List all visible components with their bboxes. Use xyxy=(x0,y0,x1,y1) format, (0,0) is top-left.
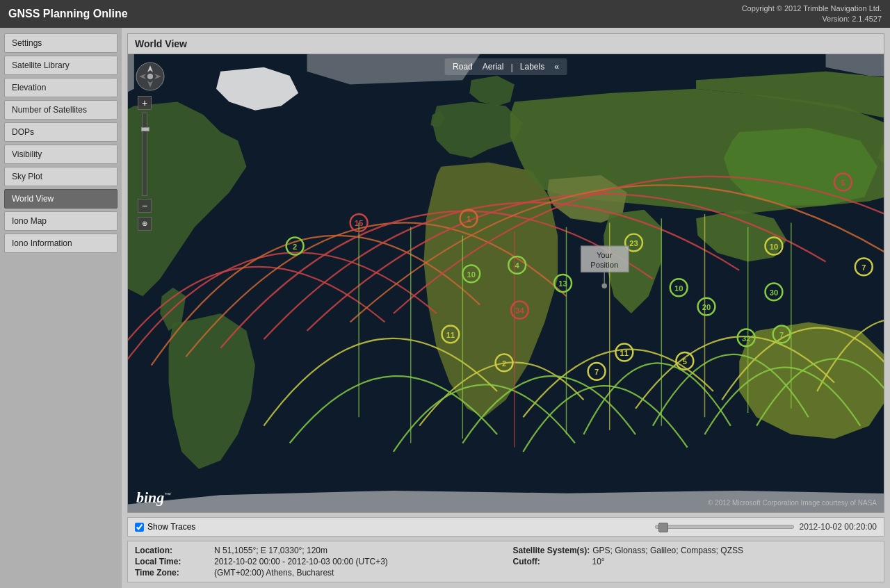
sidebar-item-sky-plot[interactable]: Sky Plot xyxy=(4,167,118,186)
bing-logo: bing™ xyxy=(136,489,171,507)
sidebar-item-dops[interactable]: DOPs xyxy=(4,122,118,142)
zoom-control: + − ⊕ xyxy=(138,96,152,231)
satellite-systems-row: Satellite System(s): GPS; Glonass; Galil… xyxy=(513,546,877,555)
svg-text:15: 15 xyxy=(355,219,363,227)
world-view-panel: World View xyxy=(127,33,884,513)
svg-text:1: 1 xyxy=(467,215,471,223)
sidebar-item-elevation[interactable]: Elevation xyxy=(4,78,118,97)
svg-text:10: 10 xyxy=(674,284,683,293)
svg-text:5: 5 xyxy=(683,357,687,366)
svg-text:Your: Your xyxy=(597,251,613,259)
sidebar-item-world-view[interactable]: World View xyxy=(4,189,118,209)
svg-text:Position: Position xyxy=(590,261,618,269)
sidebar-item-visibility[interactable]: Visibility xyxy=(4,145,118,164)
svg-text:7: 7 xyxy=(861,263,866,272)
show-traces-container: Show Traces xyxy=(135,522,195,532)
main-layout: SettingsSatellite LibraryElevationNumber… xyxy=(0,28,890,588)
zoom-out-btn[interactable]: − xyxy=(138,199,152,213)
time-zone-label: Time Zone: xyxy=(135,568,211,578)
road-view-btn[interactable]: Road xyxy=(450,60,476,73)
svg-text:13: 13 xyxy=(558,279,567,288)
time-zone-row: Time Zone: (GMT+02:00) Athens, Bucharest xyxy=(135,568,499,578)
map-svg: 15 1 5 2 10 4 xyxy=(128,54,884,512)
svg-point-63 xyxy=(147,74,153,79)
svg-text:30: 30 xyxy=(770,288,778,297)
aerial-view-btn[interactable]: Aerial xyxy=(480,60,507,73)
svg-text:11: 11 xyxy=(620,349,629,357)
svg-text:34: 34 xyxy=(515,307,524,315)
zoom-in-btn[interactable]: + xyxy=(138,96,152,110)
map-container[interactable]: 15 1 5 2 10 4 xyxy=(128,54,884,512)
app-header: GNSS Planning Online Copyright © 2012 Tr… xyxy=(0,0,890,28)
toolbar-separator: | xyxy=(510,62,512,72)
map-toolbar: Road Aerial | Labels « xyxy=(444,58,567,75)
sidebar-item-satellite-library[interactable]: Satellite Library xyxy=(4,56,118,75)
location-label: Location: xyxy=(135,546,211,555)
cutoff-label: Cutoff: xyxy=(513,557,590,566)
svg-text:20: 20 xyxy=(702,303,711,311)
svg-text:32: 32 xyxy=(742,334,750,343)
sidebar-item-iono-information[interactable]: Iono Information xyxy=(4,234,118,253)
show-traces-checkbox[interactable] xyxy=(135,523,144,532)
slider-thumb[interactable] xyxy=(658,523,668,532)
local-time-row: Local Time: 2012-10-02 00:00 - 2012-10-0… xyxy=(135,557,499,566)
svg-text:4: 4 xyxy=(515,261,520,270)
zoom-handle[interactable] xyxy=(141,127,149,131)
status-bar: Location: N 51,1055°; E 17,0330°; 120m S… xyxy=(127,541,884,582)
map-copyright: © 2012 Microsoft Corporation Image court… xyxy=(708,499,877,507)
sidebar-item-iono-map[interactable]: Iono Map xyxy=(4,211,118,231)
panel-title: World View xyxy=(128,34,884,54)
svg-point-57 xyxy=(602,284,607,288)
satellite-systems-value: GPS; Glonass; Galileo; Compass; QZSS xyxy=(592,546,743,555)
labels-btn[interactable]: Labels xyxy=(517,60,547,73)
zoom-reset-btn[interactable]: ⊕ xyxy=(138,217,152,231)
svg-text:7: 7 xyxy=(779,331,784,339)
timeline-slider: 2012-10-02 00:20:00 xyxy=(655,522,877,532)
show-traces-label[interactable]: Show Traces xyxy=(147,522,195,532)
app-title: GNSS Planning Online xyxy=(8,8,128,20)
local-time-value: 2012-10-02 00:00 - 2012-10-03 00:00 (UTC… xyxy=(214,557,388,566)
toolbar-collapse-btn[interactable]: « xyxy=(551,60,562,73)
header-copyright: Copyright © 2012 Trimble Navigation Ltd.… xyxy=(742,3,882,25)
location-row: Location: N 51,1055°; E 17,0330°; 120m xyxy=(135,546,499,555)
svg-text:2: 2 xyxy=(502,359,506,368)
sidebar: SettingsSatellite LibraryElevationNumber… xyxy=(0,28,122,588)
time-display: 2012-10-02 00:20:00 xyxy=(800,522,877,532)
svg-text:11: 11 xyxy=(446,331,455,339)
svg-text:2: 2 xyxy=(293,243,297,251)
svg-text:7: 7 xyxy=(594,368,599,376)
satellite-systems-label: Satellite System(s): xyxy=(513,546,590,555)
content-area: World View xyxy=(122,28,890,588)
slider-track[interactable] xyxy=(655,525,794,529)
time-zone-value: (GMT+02:00) Athens, Bucharest xyxy=(214,568,334,578)
sidebar-item-settings[interactable]: Settings xyxy=(4,33,118,53)
nav-compass[interactable] xyxy=(135,61,165,92)
sidebar-item-number-of-satellites[interactable]: Number of Satellites xyxy=(4,100,118,120)
cutoff-row: Cutoff: 10° xyxy=(513,557,877,566)
svg-text:10: 10 xyxy=(467,270,476,279)
zoom-bar[interactable] xyxy=(142,113,147,196)
location-value: N 51,1055°; E 17,0330°; 120m xyxy=(214,546,327,555)
cutoff-value: 10° xyxy=(592,557,605,566)
svg-text:10: 10 xyxy=(770,243,778,251)
footer-controls: Show Traces 2012-10-02 00:20:00 xyxy=(127,517,884,537)
local-time-label: Local Time: xyxy=(135,557,211,566)
svg-text:5: 5 xyxy=(841,179,845,187)
svg-text:23: 23 xyxy=(629,239,638,247)
